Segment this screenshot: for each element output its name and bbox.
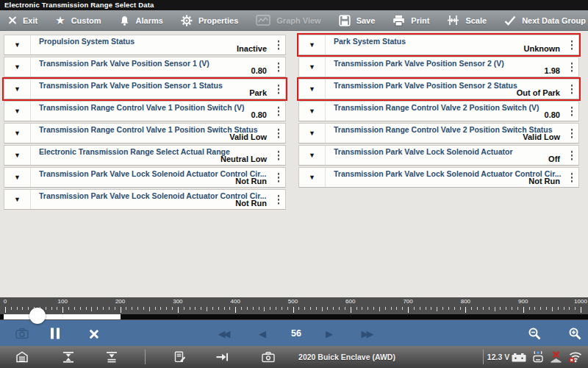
- stop-button[interactable]: [88, 328, 99, 339]
- row-expand-arrow[interactable]: ▼: [299, 146, 326, 165]
- ruler-tick: [391, 307, 392, 310]
- param-label: Transmission Park Valve Lock Solenoid Ac…: [334, 169, 561, 178]
- row-menu-button[interactable]: [569, 60, 576, 74]
- timeline-track[interactable]: [0, 314, 588, 319]
- row-menu-button[interactable]: [569, 105, 576, 118]
- ruler-tick: [437, 307, 437, 311]
- parameter-row: ▼ Transmission Range Control Valve 1 Pos…: [4, 123, 286, 144]
- ruler-tick: [143, 307, 144, 310]
- fast-forward-button[interactable]: ▶▶: [362, 328, 374, 339]
- step-back-button[interactable]: ◀: [259, 328, 266, 339]
- custom-button[interactable]: ★ Custom: [55, 15, 101, 25]
- home-button[interactable]: [16, 351, 29, 363]
- check-icon: [504, 15, 516, 26]
- ruler-tick: [316, 307, 317, 310]
- tool-disconnected-icon[interactable]: [550, 351, 563, 364]
- ruler-tick: [581, 307, 581, 313]
- row-expand-arrow[interactable]: ▼: [4, 190, 31, 209]
- parameter-list: ▼ Propulsion System Status Inactive ▼ Tr…: [0, 31, 588, 297]
- row-menu-button[interactable]: [276, 171, 282, 185]
- row-expand-arrow[interactable]: ▼: [299, 168, 326, 187]
- rewind-button[interactable]: ◀◀: [218, 328, 231, 339]
- ruler-tick: [454, 307, 455, 310]
- row-expand-arrow[interactable]: ▼: [299, 124, 326, 143]
- row-menu-button[interactable]: [276, 127, 282, 141]
- print-button[interactable]: Print: [392, 15, 429, 26]
- parameter-row: ▼ Transmission Park Valve Position Senso…: [298, 79, 579, 99]
- ruler-tick-label: 600: [345, 298, 355, 305]
- ruler-tick: [172, 307, 173, 310]
- row-expand-arrow[interactable]: ▼: [4, 57, 31, 77]
- ruler-tick: [465, 307, 466, 313]
- row-expand-arrow[interactable]: ▼: [4, 35, 31, 54]
- ruler-tick: [264, 307, 265, 311]
- row-menu-button[interactable]: [276, 105, 282, 118]
- graph-view-label: Graph View: [276, 16, 320, 25]
- ruler-tick: [126, 307, 126, 310]
- row-menu-button[interactable]: [569, 171, 576, 185]
- row-menu-button[interactable]: [276, 193, 282, 207]
- ruler-tick: [68, 307, 69, 310]
- save-button[interactable]: Save: [339, 15, 376, 26]
- row-expand-arrow[interactable]: ▼: [299, 79, 326, 99]
- ruler-tick: [333, 307, 334, 310]
- collapse-rows-button[interactable]: [106, 351, 118, 363]
- row-expand-arrow[interactable]: ▼: [4, 124, 31, 143]
- vehicle-label: 2020 Buick Enclave (AWD): [298, 353, 395, 361]
- zoom-in-button[interactable]: [568, 327, 581, 340]
- row-expand-arrow[interactable]: ▼: [299, 35, 326, 54]
- exit-button[interactable]: Exit: [7, 15, 37, 25]
- row-menu-button[interactable]: [569, 149, 576, 163]
- data-transfer-button[interactable]: [216, 351, 229, 363]
- battery-icon: [512, 351, 527, 363]
- snapshot-camera-button[interactable]: [15, 328, 29, 339]
- interface-device-icon[interactable]: [531, 350, 545, 364]
- parameter-row: ▼ Transmission Park Valve Lock Solenoid …: [4, 167, 286, 188]
- graph-view-button[interactable]: Graph View: [256, 15, 320, 26]
- ruler-tick: [259, 307, 259, 310]
- ruler-tick: [379, 307, 380, 311]
- row-menu-button[interactable]: [569, 127, 576, 141]
- ruler-tick: [534, 307, 535, 310]
- ruler-tick: [57, 307, 57, 310]
- scale-button[interactable]: Scale: [447, 15, 487, 26]
- snapshot-folder-button[interactable]: [262, 352, 275, 363]
- parameter-column-right: ▼ Park System Status Unknown ▼ Transmiss…: [298, 35, 579, 189]
- row-expand-arrow[interactable]: ▼: [4, 168, 31, 187]
- ruler-tick: [80, 307, 81, 310]
- next-data-group-button[interactable]: Next Data Group: [504, 15, 586, 26]
- row-expand-arrow[interactable]: ▼: [4, 146, 31, 165]
- ruler-tick-label: 800: [461, 298, 470, 305]
- parameter-row: ▼ Transmission Park Valve Position Senso…: [298, 57, 579, 77]
- timeline-ruler[interactable]: 01002003004005006007008009001000: [0, 297, 588, 320]
- row-expand-arrow[interactable]: ▼: [4, 102, 31, 121]
- ruler-tick: [282, 307, 282, 310]
- pause-button[interactable]: [51, 328, 60, 339]
- param-value: 0.80: [545, 110, 560, 119]
- step-forward-button[interactable]: ▶: [326, 328, 333, 339]
- properties-button[interactable]: Properties: [181, 15, 238, 26]
- ruler-tick: [506, 307, 506, 310]
- parameter-row: ▼ Transmission Park Valve Position Senso…: [4, 79, 286, 99]
- row-menu-button[interactable]: [276, 82, 282, 96]
- wifi-status-icon[interactable]: [568, 350, 583, 364]
- expand-rows-button[interactable]: [62, 351, 74, 363]
- scale-label: Scale: [465, 16, 487, 25]
- ruler-tick: [46, 307, 46, 310]
- row-menu-button[interactable]: [276, 38, 282, 52]
- ruler-tick-label: 100: [58, 298, 68, 305]
- row-menu-button[interactable]: [569, 82, 576, 96]
- row-expand-arrow[interactable]: ▼: [299, 102, 326, 121]
- star-icon: ★: [55, 15, 65, 25]
- row-menu-button[interactable]: [276, 60, 282, 74]
- row-expand-arrow[interactable]: ▼: [4, 79, 31, 99]
- alarms-button[interactable]: Alarms: [119, 15, 163, 26]
- ruler-tick: [201, 307, 201, 310]
- report-button[interactable]: [174, 351, 187, 363]
- row-menu-button[interactable]: [569, 38, 576, 52]
- properties-label: Properties: [198, 16, 238, 25]
- row-menu-button[interactable]: [276, 149, 282, 163]
- row-expand-arrow[interactable]: ▼: [299, 57, 326, 77]
- timeline-thumb[interactable]: [29, 308, 46, 324]
- zoom-out-button[interactable]: [528, 327, 541, 340]
